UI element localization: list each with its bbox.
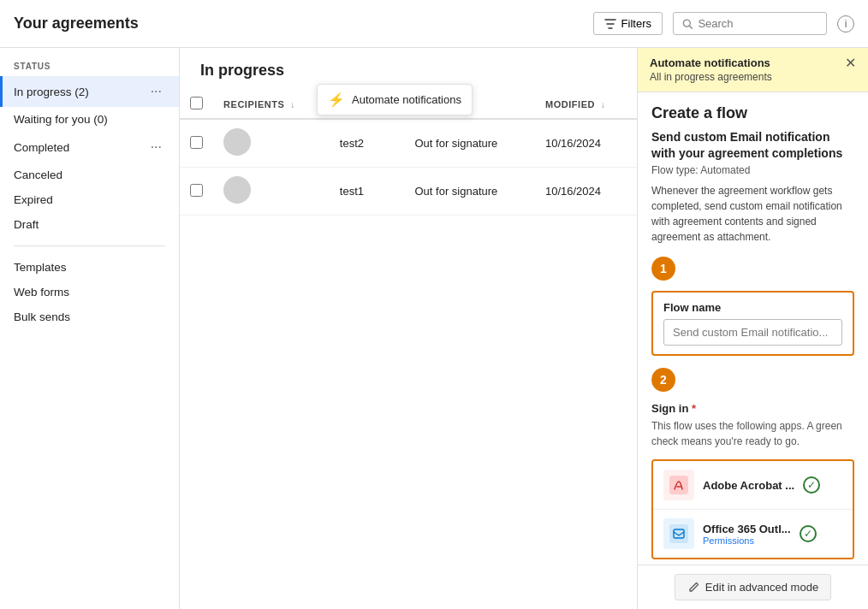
avatar <box>223 176 251 204</box>
app-card-info: Adobe Acrobat ... <box>703 479 794 492</box>
recipient-cell <box>213 119 330 168</box>
panel-header: Automate notifications All in progress a… <box>638 48 868 92</box>
row-checkbox[interactable] <box>190 184 203 197</box>
sidebar-item-draft[interactable]: Draft <box>0 212 179 237</box>
panel-header-subtitle: All in progress agreements <box>650 71 838 83</box>
flow-type: Flow type: Automated <box>651 164 854 176</box>
flow-desc-title: Send custom Email notification with your… <box>651 129 854 163</box>
required-star: * <box>692 402 696 415</box>
sidebar-item-label: Templates <box>14 261 67 274</box>
row-checkbox[interactable] <box>190 136 203 149</box>
status-items: In progress (2) ··· Waiting for you (0) … <box>0 76 179 237</box>
title-cell: test2 <box>330 119 405 168</box>
status-cell: Out for signature <box>405 119 535 168</box>
avatar <box>223 128 251 156</box>
step2-badge-container: 2 <box>651 368 854 399</box>
filters-button[interactable]: Filters <box>593 12 663 35</box>
permissions-link[interactable]: Permissions <box>703 535 791 546</box>
sidebar-item-templates[interactable]: Templates <box>0 255 179 280</box>
flow-description: Whenever the agreement workflow gets com… <box>651 183 854 245</box>
sidebar-item-completed[interactable]: Completed ··· <box>0 132 179 163</box>
page-title: Your agreements <box>14 15 583 33</box>
app-card-info: Office 365 Outl... Permissions <box>703 523 791 546</box>
sidebar: STATUS In progress (2) ··· Waiting for y… <box>0 48 180 609</box>
status-cell: Out for signature <box>405 168 535 216</box>
info-icon[interactable]: i <box>837 15 854 33</box>
step2-badge: 2 <box>651 368 675 392</box>
svg-rect-3 <box>669 524 688 543</box>
modified-cell: 10/16/2024 <box>535 119 637 168</box>
search-bar <box>673 12 827 35</box>
col-recipients[interactable]: RECIPIENTS ↓ <box>213 90 330 119</box>
svg-rect-2 <box>669 476 688 494</box>
check-circle-acrobat: ✓ <box>803 476 820 494</box>
edit-advanced-label: Edit in advanced mode <box>705 581 818 594</box>
svg-line-1 <box>689 26 692 28</box>
acrobat-name: Adobe Acrobat ... <box>703 479 794 492</box>
select-all-checkbox[interactable] <box>190 97 203 109</box>
sidebar-item-label: Waiting for you (0) <box>14 113 108 126</box>
content-area: In progress ⚡ Automate notifications REC… <box>180 48 637 609</box>
panel-body: Create a flow Send custom Email notifica… <box>638 92 868 565</box>
main-layout: STATUS In progress (2) ··· Waiting for y… <box>0 48 868 609</box>
office-icon <box>663 518 694 549</box>
section-title: In progress <box>200 62 616 80</box>
table-row: test1 Out for signature 10/16/2024 <box>180 168 637 216</box>
sidebar-item-bulk-sends[interactable]: Bulk sends <box>0 304 179 329</box>
close-icon[interactable]: ✕ <box>845 55 856 71</box>
app-card-office[interactable]: Office 365 Outl... Permissions ✓ <box>653 510 853 558</box>
right-panel: Automate notifications All in progress a… <box>637 48 868 609</box>
select-all-checkbox-cell <box>180 90 213 119</box>
automate-tooltip-label: Automate notifications <box>352 93 461 106</box>
recipient-cell <box>213 168 330 216</box>
flow-name-input[interactable] <box>663 319 842 346</box>
more-options-icon[interactable]: ··· <box>147 138 165 157</box>
col-modified[interactable]: MODIFIED ↓ <box>535 90 637 119</box>
flow-name-section: Flow name <box>651 291 854 356</box>
panel-footer: Edit in advanced mode <box>638 565 868 609</box>
sidebar-item-waiting-for-you[interactable]: Waiting for you (0) <box>0 107 179 132</box>
create-flow-title: Create a flow <box>651 104 854 122</box>
top-bar: Your agreements Filters i <box>0 0 868 48</box>
sidebar-item-label: Bulk sends <box>14 310 70 323</box>
automate-tooltip[interactable]: ⚡ Automate notifications <box>317 84 473 115</box>
sidebar-item-canceled[interactable]: Canceled <box>0 163 179 187</box>
sidebar-item-label: Draft <box>14 218 39 231</box>
sidebar-item-label: In progress (2) <box>14 86 89 98</box>
automate-icon: ⚡ <box>328 92 345 108</box>
sort-arrow-icon: ↓ <box>290 100 295 109</box>
sidebar-item-label: Web forms <box>14 286 69 299</box>
sidebar-divider <box>14 245 165 246</box>
panel-header-title: Automate notifications <box>650 56 838 71</box>
filters-label: Filters <box>621 17 651 30</box>
sign-in-label: Sign in * <box>651 402 854 415</box>
acrobat-icon <box>663 470 694 500</box>
sign-in-description: This flow uses the following apps. A gre… <box>651 418 854 449</box>
sidebar-item-label: Completed <box>14 141 69 154</box>
flow-name-label: Flow name <box>663 301 842 314</box>
sidebar-item-expired[interactable]: Expired <box>0 187 179 212</box>
step1-badge-container: 1 <box>651 257 854 287</box>
status-section-label: STATUS <box>0 62 179 76</box>
edit-advanced-button[interactable]: Edit in advanced mode <box>675 574 831 600</box>
sidebar-item-web-forms[interactable]: Web forms <box>0 280 179 304</box>
modified-cell: 10/16/2024 <box>535 168 637 216</box>
table-row: test2 Out for signature 10/16/2024 <box>180 119 637 168</box>
more-options-icon[interactable]: ··· <box>147 82 165 101</box>
search-icon <box>682 18 693 30</box>
step1-badge: 1 <box>651 257 675 281</box>
app-cards-wrapper: Adobe Acrobat ... ✓ Office 365 Outl. <box>651 459 854 559</box>
sign-in-section: Sign in * This flow uses the following a… <box>651 402 854 449</box>
sort-arrow-icon: ↓ <box>601 100 606 109</box>
filter-icon <box>604 18 616 30</box>
title-cell: test1 <box>330 168 405 216</box>
app-card-acrobat[interactable]: Adobe Acrobat ... ✓ <box>653 461 853 510</box>
check-circle-office: ✓ <box>800 525 817 542</box>
sidebar-item-label: Canceled <box>14 169 62 181</box>
sidebar-item-in-progress[interactable]: In progress (2) ··· <box>0 76 179 107</box>
search-input[interactable] <box>698 17 817 30</box>
office-name: Office 365 Outl... <box>703 523 791 535</box>
sidebar-item-label: Expired <box>14 193 53 206</box>
pencil-icon <box>687 582 699 594</box>
